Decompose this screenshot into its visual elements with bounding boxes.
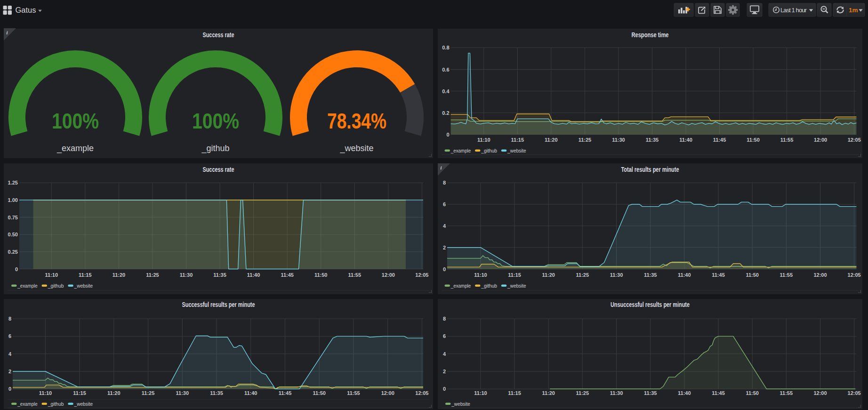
svg-text:6: 6 xyxy=(443,201,446,207)
svg-text:8: 8 xyxy=(8,316,11,322)
svg-text:_github: _github xyxy=(48,401,64,407)
svg-text:2: 2 xyxy=(443,369,446,374)
svg-text:4: 4 xyxy=(443,351,446,357)
svg-text:0.50: 0.50 xyxy=(8,232,18,237)
svg-text:11:10: 11:10 xyxy=(477,137,490,143)
svg-text:0: 0 xyxy=(443,386,446,392)
svg-text:2: 2 xyxy=(443,245,446,250)
svg-text:11:50: 11:50 xyxy=(747,137,760,143)
svg-text:11:30: 11:30 xyxy=(610,272,623,278)
svg-text:Successful results per minute: Successful results per minute xyxy=(182,301,255,308)
svg-text:Total results per minute: Total results per minute xyxy=(621,166,679,173)
svg-text:11:30: 11:30 xyxy=(176,390,189,396)
svg-text:0: 0 xyxy=(443,266,446,272)
svg-text:11:45: 11:45 xyxy=(281,272,294,278)
svg-text:12:00: 12:00 xyxy=(813,390,827,396)
svg-text:0.2: 0.2 xyxy=(442,110,449,116)
svg-text:_example: _example xyxy=(17,283,37,289)
svg-text:11:40: 11:40 xyxy=(678,272,691,278)
svg-text:Response time: Response time xyxy=(632,31,669,39)
svg-text:_website: _website xyxy=(507,283,526,289)
svg-text:0: 0 xyxy=(446,132,449,137)
svg-text:11:40: 11:40 xyxy=(678,390,691,396)
svg-text:11:15: 11:15 xyxy=(508,272,521,278)
svg-text:12:05: 12:05 xyxy=(415,272,428,278)
svg-text:Success rate: Success rate xyxy=(203,166,234,173)
svg-text:4: 4 xyxy=(8,351,12,357)
svg-text:11:15: 11:15 xyxy=(508,390,521,396)
svg-text:11:45: 11:45 xyxy=(712,272,725,278)
svg-text:11:10: 11:10 xyxy=(474,390,487,396)
svg-text:11:55: 11:55 xyxy=(348,272,362,278)
svg-text:i: i xyxy=(7,30,8,35)
svg-text:11:35: 11:35 xyxy=(644,390,657,396)
svg-text:_example: _example xyxy=(450,283,471,289)
svg-text:11:25: 11:25 xyxy=(576,272,589,278)
svg-text:11:25: 11:25 xyxy=(576,390,589,396)
svg-text:4: 4 xyxy=(443,223,446,229)
svg-text:11:35: 11:35 xyxy=(213,272,226,278)
svg-text:Last 1 hour: Last 1 hour xyxy=(780,7,807,14)
svg-text:_website: _website xyxy=(339,144,373,153)
svg-text:1.00: 1.00 xyxy=(8,197,18,203)
svg-text:_github: _github xyxy=(481,148,497,153)
svg-text:11:15: 11:15 xyxy=(511,137,524,143)
svg-text:11:20: 11:20 xyxy=(542,390,555,396)
svg-text:11:55: 11:55 xyxy=(780,272,793,278)
svg-text:11:50: 11:50 xyxy=(313,390,326,396)
svg-text:11:55: 11:55 xyxy=(780,137,794,143)
svg-text:0.8: 0.8 xyxy=(442,45,449,50)
svg-text:0.4: 0.4 xyxy=(442,88,450,94)
svg-text:11:25: 11:25 xyxy=(579,137,592,143)
svg-text:11:15: 11:15 xyxy=(73,390,86,396)
svg-text:0: 0 xyxy=(8,386,11,392)
svg-text:_example: _example xyxy=(450,148,471,153)
svg-text:11:55: 11:55 xyxy=(780,390,793,396)
svg-text:1m: 1m xyxy=(849,7,858,14)
svg-text:1.25: 1.25 xyxy=(8,180,18,185)
svg-text:0.75: 0.75 xyxy=(8,215,18,220)
svg-text:_website: _website xyxy=(74,401,93,407)
svg-text:11:10: 11:10 xyxy=(45,272,58,278)
svg-text:12:05: 12:05 xyxy=(848,137,861,143)
svg-text:11:50: 11:50 xyxy=(314,272,328,278)
svg-text:6: 6 xyxy=(8,333,11,339)
svg-text:11:20: 11:20 xyxy=(542,272,555,278)
svg-text:12:00: 12:00 xyxy=(382,272,395,278)
svg-text:11:30: 11:30 xyxy=(610,390,623,396)
svg-text:11:40: 11:40 xyxy=(244,390,257,396)
svg-text:11:50: 11:50 xyxy=(746,272,759,278)
svg-text:8: 8 xyxy=(443,180,446,185)
svg-text:11:55: 11:55 xyxy=(347,390,360,396)
svg-text:11:30: 11:30 xyxy=(180,272,193,278)
svg-text:78.34%: 78.34% xyxy=(327,109,386,133)
svg-text:12:05: 12:05 xyxy=(848,272,861,278)
svg-text:11:10: 11:10 xyxy=(39,390,52,396)
svg-text:11:35: 11:35 xyxy=(210,390,223,396)
svg-text:12:05: 12:05 xyxy=(415,390,428,396)
svg-text:11:40: 11:40 xyxy=(679,137,692,143)
svg-text:_website: _website xyxy=(451,401,470,407)
svg-text:11:10: 11:10 xyxy=(474,272,487,278)
svg-text:11:25: 11:25 xyxy=(142,390,155,396)
svg-text:11:45: 11:45 xyxy=(712,390,725,396)
svg-text:0.6: 0.6 xyxy=(442,67,449,72)
svg-text:12:05: 12:05 xyxy=(848,390,861,396)
svg-text:11:50: 11:50 xyxy=(746,390,759,396)
svg-text:100%: 100% xyxy=(52,109,99,133)
svg-text:_github: _github xyxy=(201,144,229,153)
svg-text:_github: _github xyxy=(48,283,64,289)
svg-text:6: 6 xyxy=(443,333,446,339)
svg-text:11:35: 11:35 xyxy=(646,137,659,143)
svg-text:12:00: 12:00 xyxy=(814,137,827,143)
svg-text:0.25: 0.25 xyxy=(8,249,18,255)
svg-text:i: i xyxy=(441,165,442,170)
svg-text:11:15: 11:15 xyxy=(79,272,92,278)
svg-text:11:25: 11:25 xyxy=(146,272,159,278)
svg-text:_github: _github xyxy=(481,283,497,289)
svg-text:0: 0 xyxy=(15,266,18,272)
svg-text:11:20: 11:20 xyxy=(107,390,121,396)
svg-text:100%: 100% xyxy=(192,109,239,133)
svg-text:2: 2 xyxy=(8,369,11,374)
svg-text:_website: _website xyxy=(74,283,93,289)
